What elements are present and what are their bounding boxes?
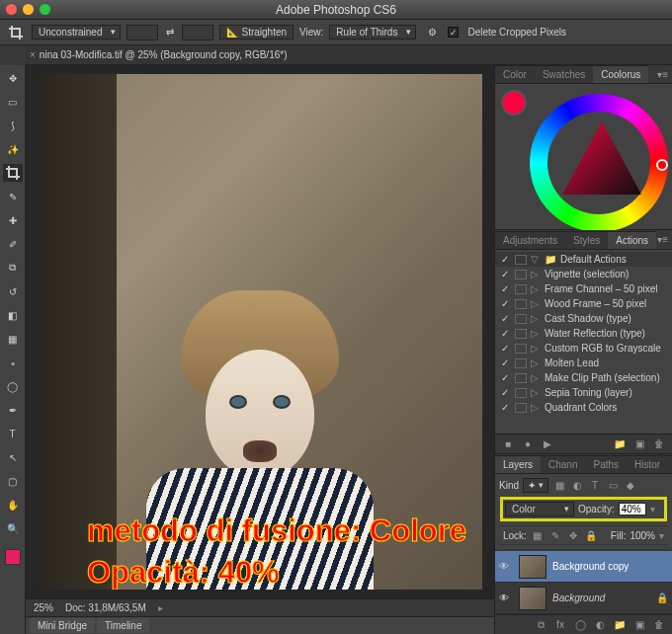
foreground-color-swatch[interactable] (5, 549, 21, 565)
panel-menu-icon[interactable]: ▾≡ (657, 234, 668, 245)
lasso-tool[interactable]: ⟆ (3, 117, 23, 134)
document-close-button[interactable]: × (30, 49, 36, 60)
visibility-icon[interactable]: 👁 (499, 561, 513, 572)
layer-name[interactable]: Background (552, 593, 650, 603)
action-item[interactable]: ✓▷Custom RGB to Grayscale (495, 341, 672, 356)
filter-adjust-icon[interactable]: ◐ (570, 479, 584, 493)
action-item[interactable]: ✓▷Water Reflection (type) (495, 326, 672, 341)
layer-thumbnail[interactable] (519, 555, 546, 579)
lock-all-icon[interactable]: 🔒 (584, 528, 598, 542)
adjustment-layer-icon[interactable]: ◐ (593, 618, 607, 632)
hue-marker[interactable] (656, 159, 668, 171)
swap-dimensions-button[interactable]: ⇄ (164, 27, 176, 38)
filter-image-icon[interactable]: ▦ (552, 479, 566, 493)
tab-channels[interactable]: Chann (541, 455, 585, 473)
action-item[interactable]: ✓▷Molten Lead (495, 356, 672, 370)
play-icon[interactable]: ▶ (541, 437, 554, 451)
filter-shape-icon[interactable]: ▭ (606, 479, 620, 493)
history-brush-tool[interactable]: ↺ (3, 282, 23, 300)
actions-folder[interactable]: ✓▽ 📁 Default Actions (495, 252, 672, 267)
tab-color[interactable]: Color (495, 65, 535, 83)
opacity-input[interactable] (619, 503, 646, 515)
zoom-tool[interactable]: 🔍 (3, 519, 23, 537)
layer-mask-icon[interactable]: ◯ (573, 618, 587, 632)
layer-row[interactable]: 👁 Background copy (495, 551, 672, 583)
eyedropper-tool[interactable]: ✎ (3, 188, 23, 205)
action-item[interactable]: ✓▷Cast Shadow (type) (495, 311, 672, 326)
layer-name[interactable]: Background copy (552, 561, 668, 572)
link-layers-icon[interactable]: ⧉ (534, 618, 547, 632)
type-tool[interactable]: T (3, 425, 23, 442)
gradient-tool[interactable]: ▦ (3, 330, 23, 348)
timeline-tab[interactable]: Timeline (97, 618, 149, 633)
new-layer-icon[interactable]: ▣ (632, 618, 646, 632)
pen-tool[interactable]: ✒ (3, 401, 23, 419)
canvas-viewport[interactable]: metodo di fusione: Colore Opacità: 40% (26, 65, 494, 598)
move-tool[interactable]: ✥ (3, 69, 23, 87)
tab-swatches[interactable]: Swatches (535, 65, 593, 83)
path-selection-tool[interactable]: ↖ (3, 448, 23, 466)
layer-row[interactable]: 👁 Background 🔒 (495, 583, 672, 614)
color-wheel-panel[interactable] (495, 84, 672, 229)
tab-layers[interactable]: Layers (495, 455, 541, 473)
layer-thumbnail[interactable] (519, 587, 546, 610)
document-size-display[interactable]: Doc: 31,8M/63,5M (65, 602, 146, 613)
tab-adjustments[interactable]: Adjustments (495, 231, 565, 249)
tab-history[interactable]: Histor (627, 455, 668, 473)
tab-coolorus[interactable]: Coolorus (593, 65, 648, 83)
new-action-icon[interactable]: ▣ (632, 437, 646, 451)
panel-menu-icon[interactable]: ▾≡ (657, 69, 668, 80)
tab-paths[interactable]: Paths (585, 455, 627, 473)
hand-tool[interactable]: ✋ (3, 496, 23, 514)
tab-styles[interactable]: Styles (565, 231, 608, 249)
blur-tool[interactable]: ∘ (3, 354, 23, 371)
straighten-button[interactable]: 📐 Straighten (219, 25, 294, 40)
action-item[interactable]: ✓▷Frame Channel – 50 pixel (495, 281, 672, 296)
brush-tool[interactable]: ✐ (3, 235, 23, 253)
crop-tool[interactable] (3, 164, 23, 182)
action-item[interactable]: ✓▷Sepia Toning (layer) (495, 385, 672, 400)
marquee-tool[interactable]: ▭ (3, 93, 23, 111)
crop-settings-icon[interactable]: ⚙ (422, 24, 442, 41)
new-folder-icon[interactable]: 📁 (613, 437, 627, 451)
document-tab-title[interactable]: nina 03-Modifica.tif @ 25% (Background c… (40, 49, 288, 60)
crop-width-input[interactable] (126, 25, 158, 40)
clone-stamp-tool[interactable]: ⧉ (3, 259, 23, 277)
delete-layer-icon[interactable]: 🗑 (652, 618, 666, 632)
dodge-tool[interactable]: ◯ (3, 377, 23, 395)
close-window-button[interactable] (6, 4, 17, 15)
eraser-tool[interactable]: ◧ (3, 306, 23, 324)
minimize-window-button[interactable] (23, 4, 34, 15)
current-color-indicator[interactable] (501, 90, 527, 116)
action-item[interactable]: ✓▷Quadrant Colors (495, 400, 672, 415)
layer-filter-select[interactable]: ✦ (523, 478, 548, 493)
stop-icon[interactable]: ■ (501, 437, 515, 451)
action-item[interactable]: ✓▷Vignette (selection) (495, 267, 672, 281)
record-icon[interactable]: ● (521, 437, 535, 451)
new-group-icon[interactable]: 📁 (613, 618, 627, 632)
mini-bridge-tab[interactable]: Mini Bridge (30, 618, 95, 633)
shape-tool[interactable]: ▢ (3, 472, 23, 490)
action-item[interactable]: ✓▷Make Clip Path (selection) (495, 370, 672, 385)
action-item[interactable]: ✓▷Wood Frame – 50 pixel (495, 296, 672, 311)
tab-actions[interactable]: Actions (608, 231, 656, 249)
fill-value[interactable]: 100% (630, 530, 655, 541)
crop-height-input[interactable] (182, 25, 213, 40)
aspect-ratio-select[interactable]: Unconstrained (32, 25, 121, 40)
lock-transparency-icon[interactable]: ▦ (531, 528, 545, 542)
tab-properties[interactable]: Prope (668, 455, 672, 473)
blend-mode-select[interactable]: Color (505, 502, 574, 516)
magic-wand-tool[interactable]: ✨ (3, 140, 23, 158)
crop-overlay-select[interactable]: Rule of Thirds (329, 25, 416, 40)
trash-icon[interactable]: 🗑 (652, 437, 666, 451)
healing-brush-tool[interactable]: ✚ (3, 211, 23, 229)
lock-position-icon[interactable]: ✥ (566, 528, 580, 542)
visibility-icon[interactable]: 👁 (499, 593, 513, 603)
delete-cropped-checkbox[interactable] (448, 27, 459, 38)
zoom-level-display[interactable]: 25% (34, 602, 53, 613)
lock-pixels-icon[interactable]: ✎ (548, 528, 562, 542)
layer-style-icon[interactable]: fx (553, 618, 567, 632)
filter-smart-icon[interactable]: ◆ (624, 479, 637, 493)
maximize-window-button[interactable] (40, 4, 50, 15)
filter-type-icon[interactable]: T (588, 479, 602, 493)
